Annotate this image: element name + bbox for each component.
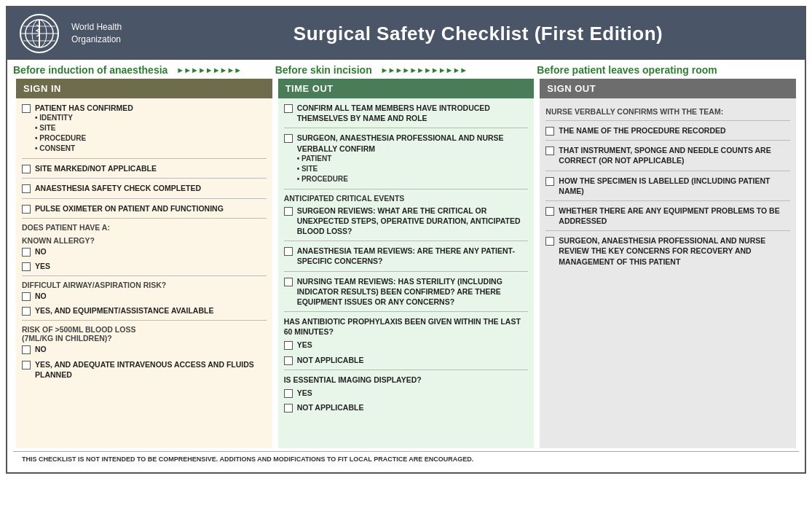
antibiotic-na-item: NOT APPLICABLE — [284, 355, 529, 365]
blood-yes-item: YES, AND ADEQUATE INTRAVENOUS ACCESS AND… — [22, 359, 267, 380]
equipment-problems-item: WHETHER THERE ARE ANY EQUIPMENT PROBLEMS… — [545, 206, 790, 226]
org-name: World Health Organization — [71, 21, 151, 46]
signout-body: NURSE VERBALLY CONFIRMS WITH THE TEAM: T… — [540, 98, 796, 448]
confirm-team-checkbox[interactable] — [284, 104, 293, 113]
anaesthesia-reviews-checkbox[interactable] — [284, 247, 293, 256]
antibiotic-na-checkbox[interactable] — [284, 356, 293, 365]
confirm-team-item: CONFIRM ALL TEAM MEMBERS HAVE INTRODUCED… — [284, 103, 529, 123]
instrument-counts-checkbox[interactable] — [545, 146, 554, 155]
blood-loss-label: RISK OF >500ML BLOOD LOSS(7ML/KG IN CHIL… — [22, 325, 267, 343]
anaesthesia-check-checkbox[interactable] — [22, 184, 31, 193]
blood-yes: YES, AND ADEQUATE INTRAVENOUS ACCESS AND… — [35, 359, 267, 380]
blood-no-checkbox[interactable] — [22, 345, 31, 354]
phase1-label: Before induction of anaesthesia ►►►►►►►►… — [13, 64, 275, 76]
patient-consent: • CONSENT — [35, 144, 133, 154]
nurse-label: NURSE VERBALLY CONFIRMS WITH THE TEAM: — [545, 107, 790, 116]
antibiotic-yes-checkbox[interactable] — [284, 341, 293, 350]
patient-confirmed-item: PATIENT HAS CONFIRMED • IDENTITY • SITE … — [22, 103, 267, 154]
main-wrapper: World Health Organization Surgical Safet… — [6, 6, 806, 474]
antibiotic-label: HAS ANTIBIOTIC PROPHYLAXIS BEEN GIVEN WI… — [284, 316, 529, 337]
surgeon-confirm-label: SURGEON, ANAESTHESIA PROFESSIONAL AND NU… — [297, 133, 529, 153]
instrument-counts-item: THAT INSTRUMENT, SPONGE AND NEEDLE COUNT… — [545, 145, 790, 165]
signout-divider1 — [545, 120, 790, 121]
airway-no-checkbox[interactable] — [22, 292, 31, 301]
signout-divider4 — [545, 200, 790, 201]
surgeon-confirm-checkbox[interactable] — [284, 134, 293, 143]
surgeon-reviews-label: SURGEON REVIEWS: WHAT ARE THE CRITICAL O… — [297, 206, 529, 237]
timeout-divider6 — [284, 369, 529, 370]
anaesthesia-check-label: ANAESTHESIA SAFETY CHECK COMPLETED — [35, 183, 201, 193]
anaesthesia-reviews-item: ANAESTHESIA TEAM REVIEWS: ARE THERE ANY … — [284, 246, 529, 266]
surgeon-nurse-review-label: SURGEON, ANAESTHESIA PROFESSIONAL AND NU… — [559, 235, 790, 267]
surgeon-reviews-item: SURGEON REVIEWS: WHAT ARE THE CRITICAL O… — [284, 206, 529, 237]
patient-confirmed-checkbox[interactable] — [22, 104, 31, 113]
name-procedure-label: THE NAME OF THE PROCEDURE RECORDED — [559, 125, 725, 136]
name-procedure-item: THE NAME OF THE PROCEDURE RECORDED — [545, 125, 790, 136]
divider1 — [22, 158, 267, 159]
antibiotic-yes-item: YES — [284, 340, 529, 350]
timeout-divider2 — [284, 189, 529, 189]
site-marked-label: SITE MARKED/NOT APPLICABLE — [35, 163, 157, 173]
pulse-oximeter-item: PULSE OXIMETER ON PATIENT AND FUNCTIONIN… — [22, 203, 267, 214]
signout-divider3 — [545, 171, 790, 171]
divider2 — [22, 178, 267, 179]
timeout-divider5 — [284, 311, 529, 312]
timeout-column: TIME OUT CONFIRM ALL TEAM MEMBERS HAVE I… — [278, 79, 535, 448]
name-procedure-checkbox[interactable] — [545, 127, 554, 136]
signout-divider2 — [545, 140, 790, 141]
page-title: Surgical Safety Checklist (First Edition… — [163, 23, 793, 45]
signin-column: SIGN IN PATIENT HAS CONFIRMED • IDENTITY… — [16, 79, 272, 448]
imaging-label: IS ESSENTIAL IMAGING DISPLAYED? — [284, 375, 529, 385]
imaging-yes-checkbox[interactable] — [284, 389, 293, 398]
airway-yes: YES, AND EQUIPMENT/ASSISTANCE AVAILABLE — [35, 305, 213, 316]
divider3 — [22, 198, 267, 199]
timeout-body: CONFIRM ALL TEAM MEMBERS HAVE INTRODUCED… — [278, 98, 535, 448]
airway-no: NO — [35, 291, 47, 301]
pulse-oximeter-label: PULSE OXIMETER ON PATIENT AND FUNCTIONIN… — [35, 203, 224, 214]
airway-yes-checkbox[interactable] — [22, 307, 31, 316]
specimen-labelled-checkbox[interactable] — [545, 177, 554, 186]
patient-site: • SITE — [35, 123, 133, 133]
blood-no-item: NO — [22, 344, 267, 354]
nursing-reviews-checkbox[interactable] — [284, 278, 293, 286]
phase-labels: Before induction of anaesthesia ►►►►►►►►… — [7, 60, 805, 79]
signin-body: PATIENT HAS CONFIRMED • IDENTITY • SITE … — [16, 98, 272, 448]
surgeon-nurse-review-item: SURGEON, ANAESTHESIA PROFESSIONAL AND NU… — [545, 235, 790, 267]
patient-confirmed-label: PATIENT HAS CONFIRMED — [35, 103, 133, 113]
imaging-na-checkbox[interactable] — [284, 404, 293, 412]
airway-no-item: NO — [22, 291, 267, 301]
equipment-problems-label: WHETHER THERE ARE ANY EQUIPMENT PROBLEMS… — [559, 206, 790, 226]
divider4 — [22, 218, 267, 219]
antibiotic-yes: YES — [297, 340, 312, 350]
surgeon-confirm-item: SURGEON, ANAESTHESIA PROFESSIONAL AND NU… — [284, 133, 529, 184]
patient-procedure: • PROCEDURE — [35, 133, 133, 144]
surgeon-reviews-checkbox[interactable] — [284, 207, 293, 216]
instrument-counts-label: THAT INSTRUMENT, SPONGE AND NEEDLE COUNT… — [559, 145, 790, 165]
blood-no: NO — [35, 344, 47, 354]
surgeon-confirm-site: • SITE — [297, 164, 529, 174]
known-allergy-no-item: NO — [22, 246, 267, 257]
known-allergy-yes: YES — [35, 261, 50, 271]
site-marked-item: SITE MARKED/NOT APPLICABLE — [22, 163, 267, 173]
known-allergy-yes-item: YES — [22, 261, 267, 271]
divider6 — [22, 320, 267, 321]
pulse-oximeter-checkbox[interactable] — [22, 205, 31, 214]
signout-header: SIGN OUT — [540, 79, 796, 98]
known-allergy-yes-checkbox[interactable] — [22, 262, 31, 271]
site-marked-checkbox[interactable] — [22, 165, 31, 173]
known-allergy-no-checkbox[interactable] — [22, 248, 31, 257]
surgeon-confirm-patient: • PATIENT — [297, 154, 529, 164]
footer: THIS CHECKLIST IS NOT INTENDED TO BE COM… — [13, 451, 799, 466]
phase3-label: Before patient leaves operating room — [537, 64, 799, 76]
signin-header: SIGN IN — [16, 79, 272, 98]
imaging-yes-item: YES — [284, 388, 529, 398]
who-logo — [19, 13, 60, 54]
equipment-problems-checkbox[interactable] — [545, 207, 554, 216]
surgeon-nurse-review-checkbox[interactable] — [545, 237, 554, 246]
airway-yes-item: YES, AND EQUIPMENT/ASSISTANCE AVAILABLE — [22, 305, 267, 316]
blood-yes-checkbox[interactable] — [22, 361, 31, 369]
anaesthesia-check-item: ANAESTHESIA SAFETY CHECK COMPLETED — [22, 183, 267, 193]
timeout-header: TIME OUT — [278, 79, 535, 98]
imaging-na-item: NOT APPLICABLE — [284, 402, 529, 412]
nursing-reviews-item: NURSING TEAM REVIEWS: HAS STERILITY (INC… — [284, 276, 529, 308]
